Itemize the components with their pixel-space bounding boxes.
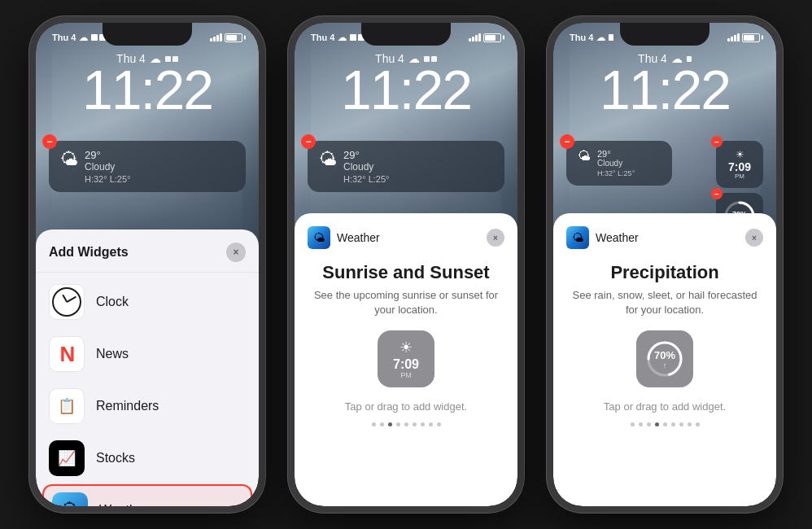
battery-fill-2 <box>485 35 495 41</box>
widget-row-3: 🌤 29° Cloudy H:32° L:25° <box>578 149 661 177</box>
app-name-weather: Weather <box>99 503 148 506</box>
lock-weather-widget-1[interactable]: − 🌤 29° Cloudy H:32° L:25° <box>49 141 246 192</box>
signal-bars-1 <box>210 33 222 42</box>
preview-gauge: 70% ↑ <box>644 338 686 380</box>
widget-sheet-header-2: 🌤 Weather × <box>308 226 504 249</box>
status-icons-2 <box>469 33 501 42</box>
remove-widget-button-1[interactable]: − <box>42 134 57 149</box>
widget-temp-1: 29° <box>85 149 234 161</box>
dot-2-0 <box>372 422 376 426</box>
app-item-clock[interactable]: Clock <box>36 276 259 328</box>
widget-hl-1: H:32° L:25° <box>85 174 234 184</box>
dot-2-5 <box>413 422 417 426</box>
weather-app-icon-sheet-3: 🌤 <box>566 226 589 249</box>
battery-icon-3 <box>742 33 760 42</box>
app-list: Clock N News 📋 Reminders 📈 <box>36 273 259 506</box>
dot-2-6 <box>421 422 425 426</box>
lock-time-text-2: 11:22 <box>341 59 471 120</box>
widget-row-1: 🌤 29° Cloudy H:32° L:25° <box>60 149 234 184</box>
lock-time-text-3: 11:22 <box>600 59 730 120</box>
battery-fill-1 <box>226 35 237 41</box>
dot-3-4 <box>663 422 667 426</box>
widget-sheet-close-2[interactable]: × <box>487 229 504 247</box>
date-label-1: Thu 4 <box>52 33 76 42</box>
app-item-reminders[interactable]: 📋 Reminders <box>36 380 259 432</box>
widget-condition-3: Cloudy <box>597 159 661 168</box>
dot-3-7 <box>688 422 692 426</box>
lock-time-2: 11:22 <box>295 62 517 117</box>
dots-indicator-2 <box>308 422 504 426</box>
lock-time-text-1: 11:22 <box>82 59 212 120</box>
notch-3 <box>620 23 709 46</box>
app-item-news[interactable]: N News <box>36 328 259 380</box>
cloud-status-icon-3: ☁ <box>596 33 605 43</box>
widget-sheet-header-3: 🌤 Weather × <box>566 226 763 249</box>
preview-percent: 70% <box>654 349 675 361</box>
widget-condition-1: Cloudy <box>85 161 234 173</box>
signal-indicator-3 <box>609 34 613 41</box>
dots-indicator-3 <box>566 422 763 426</box>
status-date-3: Thu 4 ☁ <box>570 33 613 43</box>
lock-weather-widget-2[interactable]: − 🌤 29° Cloudy H:32° L:25° <box>308 141 504 192</box>
precip-widget-preview[interactable]: 70% ↑ <box>636 330 693 387</box>
remove-widget-button-3[interactable]: − <box>560 134 574 149</box>
widget-info-2: 29° Cloudy H:32° L:25° <box>343 149 493 184</box>
lock-weather-widget-3[interactable]: − 🌤 29° Cloudy H:32° L:25° <box>566 141 672 186</box>
dot-2-3 <box>396 422 400 426</box>
app-item-weather[interactable]: 🌤 Weather <box>42 484 252 506</box>
preview-time-2: 7:09 <box>393 358 419 371</box>
close-label-1: × <box>233 247 238 258</box>
phone-3-frame: Thu 4 ☁ Thu 4 ☁ <box>547 16 783 513</box>
widget-desc-3: See rain, snow, sleet, or hail forecaste… <box>566 288 763 317</box>
sunrise-ampm: PM <box>735 173 744 180</box>
widget-row-2: 🌤 29° Cloudy H:32° L:25° <box>319 149 493 184</box>
tap-hint-3: Tap or drag to add widget. <box>566 400 763 413</box>
widget-cloud-icon-2: 🌤 <box>319 149 337 170</box>
widget-sheet-close-3[interactable]: × <box>745 229 763 247</box>
notch-2 <box>361 23 451 46</box>
stocks-app-icon: 📈 <box>49 440 85 476</box>
phone-2: Thu 4 ☁ Thu 4 <box>288 16 524 513</box>
phone-3: Thu 4 ☁ Thu 4 ☁ <box>547 16 783 513</box>
widget-hl-2: H:32° L:25° <box>343 174 493 184</box>
app-name-reminders: Reminders <box>96 399 159 413</box>
dot-2-8 <box>437 422 441 426</box>
sunrise-widget-preview[interactable]: ☀ 7:09 PM <box>378 330 434 387</box>
tap-hint-2: Tap or drag to add widget. <box>308 400 504 413</box>
widget-sheet-app-name-2: Weather <box>337 231 380 244</box>
sunrise-small-widget[interactable]: − ☀ 7:09 PM <box>716 141 763 188</box>
reminders-app-icon: 📋 <box>49 388 85 424</box>
sunrise-time: 7:09 <box>728 161 751 173</box>
widget-detail-sheet-3: 🌤 Weather × Precipitation See rain, snow… <box>553 213 776 506</box>
clock-app-icon <box>49 284 85 320</box>
widget-title-2: Sunrise and Sunset <box>308 262 504 283</box>
widget-temp-2: 29° <box>343 149 493 161</box>
battery-icon-2 <box>483 33 501 42</box>
phone-2-screen: Thu 4 ☁ Thu 4 <box>295 23 517 506</box>
sheet-header-1: Add Widgets × <box>36 243 259 273</box>
phone-1-screen: Thu 4 ☁ Thu 4 <box>36 23 259 506</box>
dot-2-2 <box>388 422 392 426</box>
preview-arrow: ↑ <box>654 361 675 369</box>
widget-cloud-icon-1: 🌤 <box>60 149 78 170</box>
widget-preview-3[interactable]: 70% ↑ <box>566 330 763 387</box>
date-label-3: Thu 4 <box>570 33 593 42</box>
app-name-news: News <box>96 347 129 361</box>
remove-widget-button-2[interactable]: − <box>301 134 316 149</box>
widget-detail-sheet-2: 🌤 Weather × Sunrise and Sunset See the u… <box>295 213 517 506</box>
sheet-close-button-1[interactable]: × <box>226 243 246 262</box>
widget-preview-2[interactable]: ☀ 7:09 PM <box>308 330 504 387</box>
widget-sheet-app-name-3: Weather <box>596 231 639 244</box>
status-date-2: Thu 4 ☁ <box>311 33 365 43</box>
app-item-stocks[interactable]: 📈 Stocks <box>36 432 259 484</box>
sunrise-icon: ☀ <box>736 149 744 160</box>
remove-precip-widget[interactable]: − <box>711 188 723 199</box>
phone-2-frame: Thu 4 ☁ Thu 4 <box>288 16 524 513</box>
app-name-stocks: Stocks <box>96 451 135 466</box>
remove-sunrise-widget[interactable]: − <box>711 136 723 147</box>
dot-3-8 <box>696 422 700 426</box>
battery-fill-3 <box>744 35 754 41</box>
weather-app-icon-sheet-2: 🌤 <box>308 226 330 249</box>
signal-bars-3 <box>727 33 740 42</box>
close-label-2: × <box>493 234 498 243</box>
